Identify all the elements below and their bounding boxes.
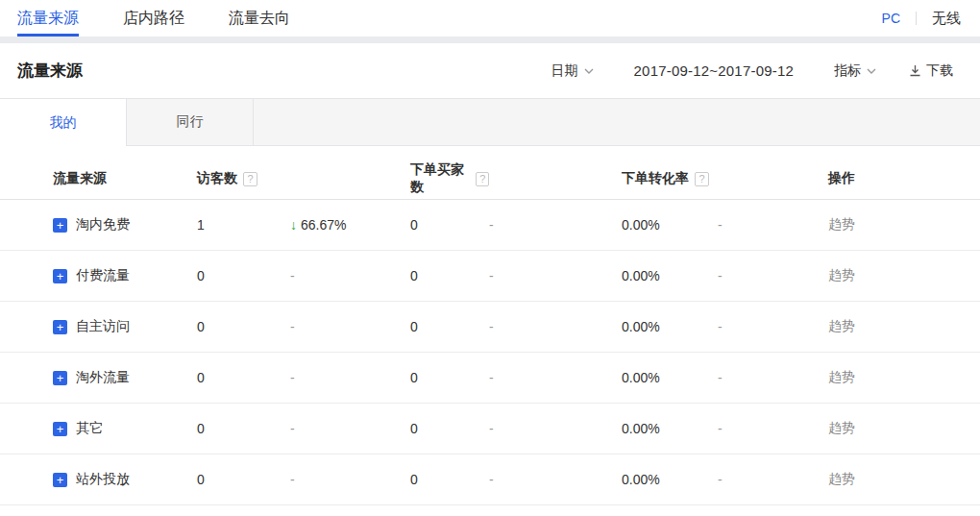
expand-plus-icon[interactable]: + <box>53 422 67 436</box>
platform-switch: PC 无线 <box>882 0 961 37</box>
expand-plus-icon[interactable]: + <box>53 473 67 487</box>
source-cell: + 其它 <box>53 420 197 437</box>
chevron-down-icon <box>584 68 594 74</box>
visitors-change-value: - <box>290 319 295 334</box>
source-name: 付费流量 <box>76 267 130 284</box>
col-buyers-label: 下单买家数 <box>410 161 470 196</box>
buyers-value: 0 <box>410 268 489 283</box>
table-row: + 自主访问 0 - 0 - 0.00% - 趋势 <box>0 302 980 353</box>
date-dropdown[interactable]: 日期 <box>551 62 594 80</box>
date-dropdown-label: 日期 <box>551 62 578 80</box>
traffic-source-table: 流量来源 访客数 ? 下单买家数 ? 下单转化率 ? 操作 + 淘内免费 1 ↓… <box>0 159 980 505</box>
conversion-change: - <box>718 268 828 283</box>
buyers-change: - <box>489 421 622 436</box>
visitors-value: 0 <box>197 319 290 334</box>
source-name: 站外投放 <box>76 471 130 488</box>
trend-link[interactable]: 趋势 <box>828 369 980 386</box>
source-cell: + 站外投放 <box>53 471 197 488</box>
nav-instore-path[interactable]: 店内路径 <box>123 0 184 37</box>
col-conversion-label: 下单转化率 <box>622 170 689 187</box>
trend-link[interactable]: 趋势 <box>828 216 980 233</box>
visitors-change: - <box>290 268 410 283</box>
conversion-value: 0.00% <box>622 268 718 283</box>
visitors-value: 0 <box>197 370 290 385</box>
conversion-value: 0.00% <box>622 370 718 385</box>
source-cell: + 自主访问 <box>53 318 197 335</box>
visitors-change: - <box>290 319 410 334</box>
conversion-change: - <box>718 319 828 334</box>
date-range-value[interactable]: 2017-09-12~2017-09-12 <box>634 62 794 79</box>
col-visitors-label: 访客数 <box>197 170 237 187</box>
visitors-value: 0 <box>197 472 290 487</box>
conversion-value: 0.00% <box>622 319 718 334</box>
help-icon[interactable]: ? <box>243 172 257 186</box>
top-nav-links: 流量来源 店内路径 流量去向 <box>17 0 290 37</box>
help-icon[interactable]: ? <box>695 172 709 186</box>
table-row: + 其它 0 - 0 - 0.00% - 趋势 <box>0 404 980 455</box>
page-title: 流量来源 <box>17 60 83 82</box>
col-buyers: 下单买家数 ? <box>410 161 489 196</box>
expand-plus-icon[interactable]: + <box>53 218 67 233</box>
conversion-value: 0.00% <box>622 217 718 233</box>
view-tabs: 我的 同行 <box>0 98 980 146</box>
expand-plus-icon[interactable]: + <box>53 320 67 334</box>
download-button[interactable]: 下载 <box>909 62 953 80</box>
conversion-change: - <box>718 217 828 233</box>
visitors-change-value: - <box>290 421 295 436</box>
buyers-change: - <box>489 268 622 283</box>
trend-link[interactable]: 趋势 <box>828 267 980 284</box>
expand-plus-icon[interactable]: + <box>53 371 67 385</box>
trend-link[interactable]: 趋势 <box>828 318 980 335</box>
visitors-value: 0 <box>197 268 290 283</box>
buyers-value: 0 <box>410 319 489 334</box>
tab-peers[interactable]: 同行 <box>127 99 254 145</box>
source-cell: + 淘内免费 <box>53 216 197 233</box>
visitors-change-value: - <box>290 370 295 385</box>
platform-pc-link[interactable]: PC <box>882 11 900 26</box>
visitors-value: 1 <box>197 217 290 233</box>
download-icon <box>909 64 921 77</box>
buyers-change: - <box>489 319 622 334</box>
conversion-value: 0.00% <box>622 421 718 436</box>
col-source: 流量来源 <box>53 170 197 187</box>
nav-traffic-destination[interactable]: 流量去向 <box>229 0 290 37</box>
table-row: + 淘外流量 0 - 0 - 0.00% - 趋势 <box>0 353 980 404</box>
metrics-dropdown[interactable]: 指标 <box>834 62 876 80</box>
expand-plus-icon[interactable]: + <box>53 269 67 283</box>
table-header: 流量来源 访客数 ? 下单买家数 ? 下单转化率 ? 操作 <box>0 159 980 200</box>
conversion-change: - <box>718 472 828 487</box>
page-header: 流量来源 日期 2017-09-12~2017-09-12 指标 下载 <box>0 43 980 98</box>
platform-wireless-link[interactable]: 无线 <box>932 10 961 28</box>
source-cell: + 付费流量 <box>53 267 197 284</box>
conversion-change: - <box>718 370 828 385</box>
nav-traffic-source[interactable]: 流量来源 <box>17 0 79 37</box>
visitors-change: ↓ 66.67% <box>290 217 410 233</box>
download-label: 下载 <box>926 62 953 80</box>
tab-mine[interactable]: 我的 <box>0 99 127 146</box>
table-row: + 付费流量 0 - 0 - 0.00% - 趋势 <box>0 251 980 302</box>
buyers-value: 0 <box>410 370 489 385</box>
trend-link[interactable]: 趋势 <box>828 471 980 488</box>
toolbar: 日期 2017-09-12~2017-09-12 指标 下载 <box>551 62 953 80</box>
trend-down-icon: ↓ <box>290 217 297 233</box>
buyers-value: 0 <box>410 421 489 436</box>
visitors-change: - <box>290 472 410 487</box>
trend-link[interactable]: 趋势 <box>828 420 980 437</box>
visitors-change: - <box>290 370 410 385</box>
visitors-change-value: - <box>290 472 295 487</box>
visitors-change-value: - <box>290 268 295 283</box>
col-visitors: 访客数 ? <box>197 170 290 187</box>
buyers-change: - <box>489 370 622 385</box>
source-name: 淘内免费 <box>76 216 130 233</box>
buyers-change: - <box>489 217 622 233</box>
buyers-value: 0 <box>410 217 489 233</box>
section-divider <box>0 37 980 43</box>
help-icon[interactable]: ? <box>476 172 489 186</box>
conversion-value: 0.00% <box>622 472 718 487</box>
buyers-value: 0 <box>410 472 489 487</box>
visitors-value: 0 <box>197 421 290 436</box>
source-cell: + 淘外流量 <box>53 369 197 386</box>
top-nav: 流量来源 店内路径 流量去向 PC 无线 <box>0 0 980 37</box>
conversion-change: - <box>718 421 828 436</box>
col-conversion: 下单转化率 ? <box>622 170 718 187</box>
